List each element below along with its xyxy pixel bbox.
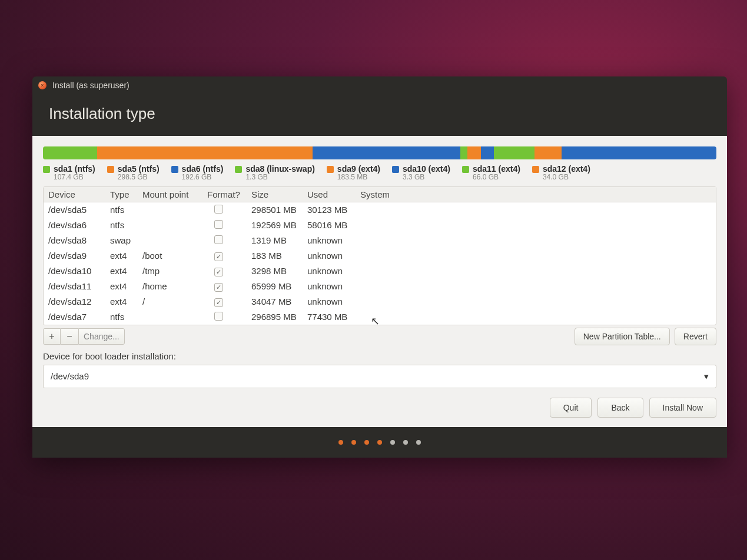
boot-loader-combobox[interactable]: /dev/sda9 ▾ [43,365,716,388]
cell-device: /dev/sda11 [48,281,110,291]
cell-device: /dev/sda6 [48,220,110,230]
cell-format: ✓ [207,296,251,307]
title-bar[interactable]: × Install (as superuser) [32,76,727,94]
cell-type: ext4 [110,266,142,276]
col-format[interactable]: Format? [207,189,251,199]
format-checkbox[interactable] [214,312,223,321]
cell-type: ntfs [110,312,142,322]
legend-item[interactable]: sda9 (ext4)183.5 MB [327,164,380,182]
partition-table[interactable]: Device Type Mount point Format? Size Use… [43,186,716,325]
disk-segment[interactable] [313,146,461,159]
cell-format [207,205,251,215]
cell-mount: /boot [142,251,207,261]
disk-segment[interactable] [43,146,97,159]
disk-segment[interactable] [562,146,716,159]
legend-size: 66.0 GB [473,174,520,182]
legend-label: sda6 (ntfs) [182,164,224,174]
legend-swatch [43,166,50,173]
progress-dot [390,440,395,445]
legend-item[interactable]: sda6 (ntfs)192.6 GB [171,164,224,182]
cell-device: /dev/sda7 [48,312,110,322]
legend-size: 34.0 GB [543,174,590,182]
disk-segment[interactable] [97,146,313,159]
cell-size: 1319 MB [251,235,307,245]
col-used[interactable]: Used [307,189,360,199]
cell-format: ✓ [207,281,251,292]
legend-item[interactable]: sda5 (ntfs)298.5 GB [107,164,160,182]
col-mount[interactable]: Mount point [142,189,207,199]
format-checkbox[interactable]: ✓ [214,252,223,261]
disk-segment[interactable] [481,146,494,159]
col-system[interactable]: System [360,189,711,199]
cell-type: ext4 [110,296,142,306]
legend-label: sda8 (linux-swap) [245,164,314,174]
legend-item[interactable]: sda1 (ntfs)107.4 GB [43,164,95,182]
table-row[interactable]: /dev/sda10ext4/tmp✓3298 MBunknown [44,264,716,279]
cell-format [207,220,251,231]
close-icon[interactable]: × [38,81,47,89]
table-row[interactable]: /dev/sda7ntfs296895 MB77430 MB [44,309,716,325]
cell-type: swap [110,235,142,245]
table-row[interactable]: /dev/sda5ntfs298501 MB30123 MB [44,202,716,218]
table-row[interactable]: /dev/sda11ext4/home✓65999 MBunknown [44,279,716,294]
format-checkbox[interactable] [214,235,223,244]
table-row[interactable]: /dev/sda8swap1319 MBunknown [44,233,716,248]
cell-used: unknown [307,235,360,245]
cell-used: unknown [307,266,360,276]
legend-size: 192.6 GB [182,174,224,182]
legend-item[interactable]: sda8 (linux-swap)1.3 GB [235,164,314,182]
table-row[interactable]: /dev/sda6ntfs192569 MB58016 MB [44,218,716,233]
legend-swatch [235,166,242,173]
disk-usage-bar [43,146,716,159]
footer-buttons: Quit Back Install Now [43,388,716,420]
cell-size: 34047 MB [251,296,307,306]
cell-format [207,235,251,246]
progress-dot [377,440,382,445]
cell-size: 298501 MB [251,205,307,215]
cell-device: /dev/sda10 [48,266,110,276]
format-checkbox[interactable]: ✓ [214,298,223,307]
disk-segment[interactable] [534,146,562,159]
cell-used: 58016 MB [307,220,360,230]
progress-dot [364,440,369,445]
legend-swatch [462,166,469,173]
disk-segment[interactable] [467,146,481,159]
install-now-button[interactable]: Install Now [649,398,716,418]
cell-type: ntfs [110,220,142,230]
format-checkbox[interactable]: ✓ [214,268,223,276]
disk-segment[interactable] [494,146,534,159]
progress-dot [416,440,421,445]
cell-used: 30123 MB [307,205,360,215]
add-partition-button[interactable]: + [43,328,61,345]
cell-size: 65999 MB [251,281,307,291]
format-checkbox[interactable] [214,220,223,229]
col-device[interactable]: Device [48,189,110,199]
cell-mount: / [142,296,207,306]
col-type[interactable]: Type [110,189,142,199]
back-button[interactable]: Back [597,398,643,418]
new-partition-table-button[interactable]: New Partition Table... [575,328,670,345]
format-checkbox[interactable]: ✓ [214,283,223,292]
quit-button[interactable]: Quit [550,398,592,418]
legend-item[interactable]: sda12 (ext4)34.0 GB [532,164,590,182]
cell-used: 77430 MB [307,312,360,322]
change-partition-button[interactable]: Change... [78,328,125,345]
legend-swatch [327,166,334,173]
table-row[interactable]: /dev/sda9ext4/boot✓183 MBunknown [44,248,716,264]
progress-dot [403,440,408,445]
cell-used: unknown [307,251,360,261]
cell-size: 3298 MB [251,266,307,276]
revert-button[interactable]: Revert [675,328,716,345]
cell-device: /dev/sda5 [48,205,110,215]
remove-partition-button[interactable]: − [61,328,78,345]
cell-device: /dev/sda9 [48,251,110,261]
table-row[interactable]: /dev/sda12ext4/✓34047 MBunknown [44,294,716,309]
cell-type: ntfs [110,205,142,215]
legend-label: sda10 (ext4) [403,164,450,174]
legend-item[interactable]: sda11 (ext4)66.0 GB [462,164,520,182]
legend-item[interactable]: sda10 (ext4)3.3 GB [392,164,450,182]
cell-mount: /home [142,281,207,291]
format-checkbox[interactable] [214,205,223,214]
col-size[interactable]: Size [251,189,307,199]
disk-segment[interactable] [460,146,467,159]
